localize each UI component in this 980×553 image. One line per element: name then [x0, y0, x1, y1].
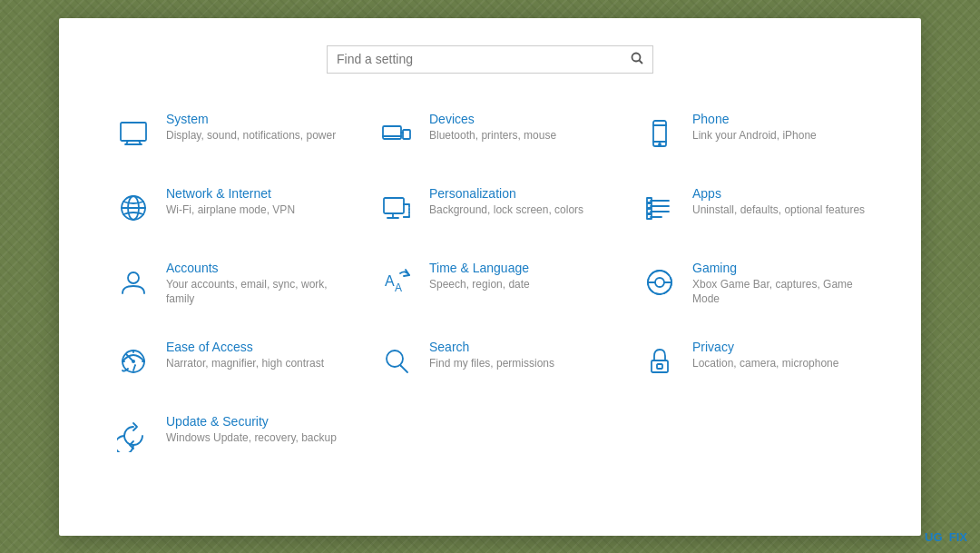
accounts-icon [113, 262, 153, 302]
svg-line-45 [401, 366, 408, 373]
update-icon [113, 416, 153, 456]
svg-point-41 [132, 360, 135, 363]
ease-title: Ease of Access [166, 340, 324, 354]
settings-grid: System Display, sound, notifications, po… [104, 99, 876, 469]
phone-text: Phone Link your Android, iPhone [692, 112, 817, 143]
svg-point-0 [632, 53, 641, 61]
svg-rect-17 [384, 198, 404, 213]
network-title: Network & Internet [166, 186, 295, 201]
svg-rect-26 [647, 198, 652, 202]
svg-text:A: A [395, 281, 402, 294]
network-text: Network & Internet Wi-Fi, airplane mode,… [166, 186, 295, 218]
svg-rect-29 [647, 214, 652, 219]
search-container [327, 45, 653, 74]
svg-rect-28 [647, 209, 652, 213]
watermark: UG FIX [925, 530, 967, 544]
setting-item-personalization[interactable]: Personalization Background, lock screen,… [368, 173, 612, 241]
settings-window: System Display, sound, notifications, po… [59, 18, 921, 536]
setting-item-search[interactable]: Search Find my files, permissions [368, 327, 612, 394]
svg-rect-46 [652, 360, 668, 372]
personalization-title: Personalization [429, 186, 583, 201]
privacy-subtitle: Location, camera, microphone [692, 356, 838, 371]
system-icon [113, 114, 153, 153]
search-icon [377, 341, 416, 381]
setting-item-phone[interactable]: Phone Link your Android, iPhone [631, 99, 876, 166]
svg-line-1 [640, 60, 643, 64]
svg-line-40 [133, 365, 135, 370]
svg-point-35 [655, 278, 664, 287]
network-icon [113, 188, 153, 228]
apps-text: Apps Uninstall, defaults, optional featu… [692, 186, 865, 218]
time-title: Time & Language [429, 261, 530, 275]
personalization-icon [377, 188, 416, 228]
search-title: Search [429, 340, 554, 354]
svg-rect-27 [647, 203, 652, 208]
system-title: System [166, 112, 336, 126]
phone-icon [640, 114, 680, 153]
ease-icon [113, 341, 153, 381]
search-subtitle: Find my files, permissions [429, 356, 554, 371]
svg-point-44 [387, 351, 403, 367]
search-icon [631, 52, 643, 67]
search-text: Search Find my files, permissions [429, 340, 554, 371]
time-text: Time & Language Speech, region, date [429, 261, 530, 292]
personalization-text: Personalization Background, lock screen,… [429, 186, 583, 218]
accounts-subtitle: Your accounts, email, sync, work, family [166, 277, 340, 308]
svg-rect-7 [403, 130, 410, 139]
search-input[interactable] [337, 52, 631, 66]
network-subtitle: Wi-Fi, airplane mode, VPN [166, 202, 295, 218]
devices-icon [377, 114, 416, 153]
ease-text: Ease of Access Narrator, magnifier, high… [166, 340, 324, 371]
svg-text:A: A [385, 273, 395, 289]
privacy-text: Privacy Location, camera, microphone [692, 340, 838, 371]
setting-item-network[interactable]: Network & Internet Wi-Fi, airplane mode,… [104, 173, 349, 241]
gaming-icon [640, 262, 680, 302]
devices-text: Devices Bluetooth, printers, mouse [429, 112, 556, 143]
time-subtitle: Speech, region, date [429, 277, 530, 292]
devices-subtitle: Bluetooth, printers, mouse [429, 128, 556, 143]
setting-item-time[interactable]: AA Time & Language Speech, region, date [368, 248, 612, 321]
setting-item-update[interactable]: Update & Security Windows Update, recove… [104, 401, 349, 469]
phone-subtitle: Link your Android, iPhone [692, 128, 817, 143]
accounts-title: Accounts [166, 261, 340, 275]
system-subtitle: Display, sound, notifications, power [166, 128, 336, 143]
gaming-subtitle: Xbox Game Bar, captures, Game Mode [692, 277, 867, 308]
apps-icon [640, 188, 680, 228]
accounts-text: Accounts Your accounts, email, sync, wor… [166, 261, 340, 308]
setting-item-accounts[interactable]: Accounts Your accounts, email, sync, wor… [104, 248, 349, 321]
system-text: System Display, sound, notifications, po… [166, 112, 336, 143]
privacy-title: Privacy [692, 340, 838, 354]
setting-item-system[interactable]: System Display, sound, notifications, po… [104, 99, 349, 166]
time-icon: AA [377, 262, 416, 302]
ease-subtitle: Narrator, magnifier, high contrast [166, 356, 324, 371]
gaming-text: Gaming Xbox Game Bar, captures, Game Mod… [692, 261, 867, 308]
apps-title: Apps [692, 186, 865, 201]
svg-rect-2 [121, 123, 146, 141]
devices-title: Devices [429, 112, 556, 126]
update-text: Update & Security Windows Update, recove… [166, 414, 337, 446]
setting-item-devices[interactable]: Devices Bluetooth, printers, mouse [368, 99, 612, 166]
setting-item-apps[interactable]: Apps Uninstall, defaults, optional featu… [631, 173, 876, 241]
update-subtitle: Windows Update, recovery, backup [166, 430, 337, 446]
svg-point-13 [659, 143, 661, 145]
phone-title: Phone [692, 112, 817, 126]
setting-item-ease[interactable]: Ease of Access Narrator, magnifier, high… [104, 327, 349, 394]
apps-subtitle: Uninstall, defaults, optional features [692, 202, 865, 218]
privacy-icon [640, 341, 680, 381]
gaming-title: Gaming [692, 261, 867, 275]
svg-point-30 [128, 272, 139, 283]
personalization-subtitle: Background, lock screen, colors [429, 202, 583, 218]
update-title: Update & Security [166, 414, 337, 429]
svg-rect-47 [657, 364, 662, 369]
setting-item-gaming[interactable]: Gaming Xbox Game Bar, captures, Game Mod… [631, 248, 876, 321]
search-bar[interactable] [327, 45, 653, 74]
setting-item-privacy[interactable]: Privacy Location, camera, microphone [631, 327, 876, 394]
